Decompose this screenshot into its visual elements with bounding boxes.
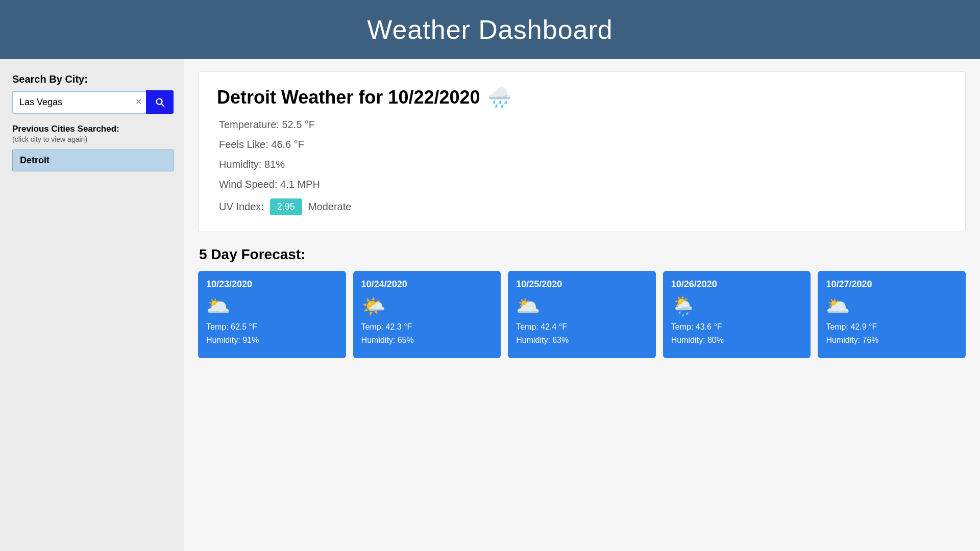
feels-like-stat: Feels Like: 46.6 °F <box>217 139 947 151</box>
forecast-cards: 10/23/2020 🌥️ Temp: 62.5 °F Humidity: 91… <box>198 271 966 358</box>
forecast-humidity-3: Humidity: 80% <box>671 336 803 345</box>
forecast-icon-3: 🌦️ <box>671 295 803 317</box>
uv-description: Moderate <box>308 201 352 213</box>
forecast-icon-1: 🌤️ <box>361 295 493 317</box>
forecast-icon-0: 🌥️ <box>206 295 338 317</box>
forecast-section: 5 Day Forecast: 10/23/2020 🌥️ Temp: 62.5… <box>198 246 966 358</box>
forecast-icon-4: 🌥️ <box>826 295 958 317</box>
forecast-humidity-2: Humidity: 63% <box>516 336 648 345</box>
forecast-card-2: 10/25/2020 🌥️ Temp: 42.4 °F Humidity: 63… <box>508 271 656 358</box>
forecast-temp-2: Temp: 42.4 °F <box>516 322 648 332</box>
forecast-date-4: 10/27/2020 <box>826 279 958 290</box>
uv-index-row: UV Index: 2.95 Moderate <box>217 198 947 215</box>
main-content: Detroit Weather for 10/22/2020 🌧️ Temper… <box>184 59 980 551</box>
current-weather-icon: 🌧️ <box>487 86 511 109</box>
forecast-icon-2: 🌥️ <box>516 295 648 317</box>
forecast-temp-0: Temp: 62.5 °F <box>206 322 338 332</box>
forecast-temp-3: Temp: 43.6 °F <box>671 322 803 332</box>
search-icon <box>154 96 165 108</box>
forecast-card-1: 10/24/2020 🌤️ Temp: 42.3 °F Humidity: 65… <box>353 271 501 358</box>
city-button-detroit[interactable]: Detroit <box>12 149 174 171</box>
search-input-wrapper: ✕ <box>12 91 146 114</box>
wind-speed-stat: Wind Speed: 4.1 MPH <box>217 179 947 190</box>
page-title: Weather Dashboard <box>0 14 980 45</box>
search-label: Search By City: <box>12 73 174 85</box>
temperature-stat: Temperature: 52.5 °F <box>217 119 947 131</box>
forecast-card-3: 10/26/2020 🌦️ Temp: 43.6 °F Humidity: 80… <box>663 271 811 358</box>
current-weather-title: Detroit Weather for 10/22/2020 🌧️ <box>217 86 947 109</box>
clear-button[interactable]: ✕ <box>135 98 142 106</box>
forecast-humidity-0: Humidity: 91% <box>206 336 338 345</box>
page-header: Weather Dashboard <box>0 0 980 59</box>
search-input[interactable] <box>12 91 146 114</box>
previous-cities-sub: (click city to view again) <box>12 135 174 143</box>
forecast-date-0: 10/23/2020 <box>206 279 338 290</box>
current-weather-card: Detroit Weather for 10/22/2020 🌧️ Temper… <box>198 71 966 232</box>
forecast-humidity-4: Humidity: 76% <box>826 336 958 345</box>
previous-cities-label: Previous Cities Searched: <box>12 124 174 134</box>
main-layout: Search By City: ✕ Previous Cities Search… <box>0 59 980 551</box>
uv-index-label: UV Index: <box>219 201 264 213</box>
humidity-stat: Humidity: 81% <box>217 159 947 170</box>
forecast-card-0: 10/23/2020 🌥️ Temp: 62.5 °F Humidity: 91… <box>198 271 346 358</box>
forecast-temp-1: Temp: 42.3 °F <box>361 322 493 332</box>
search-button[interactable] <box>146 90 174 114</box>
current-weather-title-text: Detroit Weather for 10/22/2020 <box>217 87 480 108</box>
search-row: ✕ <box>12 90 174 114</box>
forecast-temp-4: Temp: 42.9 °F <box>826 322 958 332</box>
forecast-humidity-1: Humidity: 65% <box>361 336 493 345</box>
sidebar: Search By City: ✕ Previous Cities Search… <box>0 59 184 551</box>
forecast-date-2: 10/25/2020 <box>516 279 648 290</box>
forecast-title: 5 Day Forecast: <box>198 246 966 263</box>
uv-badge: 2.95 <box>270 198 302 215</box>
forecast-date-3: 10/26/2020 <box>671 279 803 290</box>
forecast-date-1: 10/24/2020 <box>361 279 493 290</box>
forecast-card-4: 10/27/2020 🌥️ Temp: 42.9 °F Humidity: 76… <box>818 271 966 358</box>
